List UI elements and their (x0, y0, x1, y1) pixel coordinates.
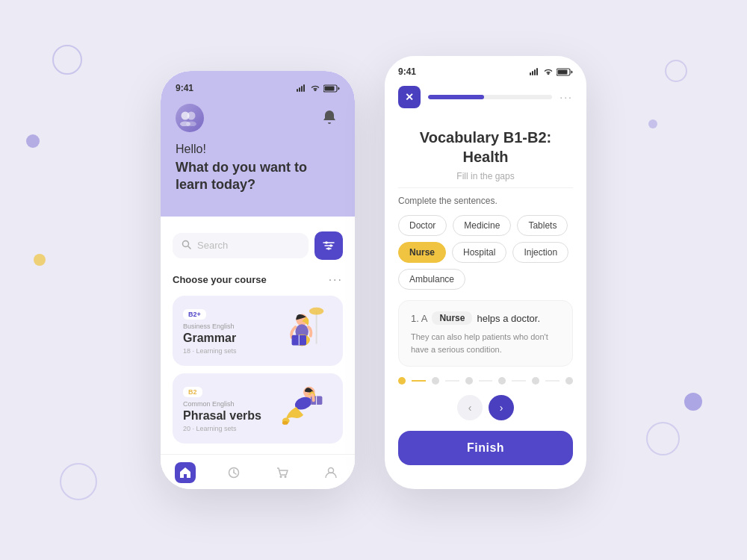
dot-6 (565, 377, 573, 385)
phone2-more-dots[interactable]: ··· (560, 91, 573, 103)
nav-profile[interactable] (320, 462, 341, 483)
sentence-description: They can also help patients who don't ha… (411, 331, 560, 355)
svg-point-35 (284, 476, 286, 478)
status-bar-2: 9:41 (398, 66, 573, 77)
deco-circle-4 (60, 463, 97, 500)
svg-rect-5 (325, 86, 335, 90)
sentence-rest-text: helps a doctor. (477, 313, 540, 324)
svg-point-15 (325, 241, 328, 244)
svg-point-7 (187, 112, 196, 120)
status-time-2: 9:41 (398, 66, 416, 77)
person-icon-container (320, 462, 341, 483)
progress-bar-fill (428, 95, 484, 99)
nav-home[interactable] (175, 462, 196, 483)
svg-point-34 (279, 476, 282, 478)
svg-rect-42 (558, 69, 568, 74)
wifi-icon (310, 84, 320, 92)
dot-line-3 (479, 380, 493, 382)
status-bar-1: 9:41 (176, 83, 340, 93)
course-card-grammar[interactable]: B2+ Business English Grammar 18 · Learni… (173, 296, 343, 366)
grammar-illustration (280, 303, 332, 357)
dot-line-1 (412, 380, 426, 382)
course-type-2: Common English (183, 400, 280, 408)
course-card-left-2: B2 Common English Phrasal verbs 20 · Lea… (183, 384, 280, 432)
deco-circle-2 (26, 134, 40, 148)
phone1: 9:41 Hello! (161, 71, 355, 489)
greeting-question: What do you want to learn today? (176, 159, 340, 194)
course-card-phrasal[interactable]: B2 Common English Phrasal verbs 20 · Lea… (173, 373, 343, 444)
finish-button[interactable]: Finish (398, 431, 573, 465)
course-sets-1: 18 · Learning sets (183, 347, 280, 355)
dot-5 (532, 377, 539, 385)
status-time-1: 9:41 (176, 83, 193, 93)
avatar[interactable] (176, 104, 204, 132)
search-icon (182, 240, 191, 252)
cart-icon-container (272, 462, 293, 483)
svg-rect-3 (303, 84, 305, 92)
greeting-hello: Hello! (176, 143, 340, 156)
battery-icon-2 (557, 68, 573, 76)
svg-rect-2 (301, 86, 303, 92)
nav-history[interactable] (223, 462, 244, 483)
level-badge-1: B2+ (183, 309, 206, 320)
dot-1 (398, 377, 406, 385)
deco-circle-5 (665, 60, 687, 82)
more-options-dots[interactable]: ··· (329, 273, 343, 287)
dot-2 (432, 377, 439, 385)
course-name-1: Grammar (183, 332, 280, 345)
home-icon (179, 467, 191, 479)
bottom-nav (161, 454, 355, 489)
close-button[interactable]: ✕ (398, 86, 421, 108)
word-chip-injection[interactable]: Injection (512, 242, 568, 263)
filter-button[interactable] (314, 231, 343, 260)
svg-rect-37 (530, 72, 531, 75)
svg-rect-39 (534, 69, 536, 75)
svg-rect-0 (297, 89, 298, 92)
nav-store[interactable] (272, 462, 293, 483)
next-button[interactable]: › (489, 395, 514, 420)
course-sets-2: 20 · Learning sets (183, 425, 280, 432)
course-illustration-2 (280, 382, 332, 435)
status-icons-2 (530, 68, 573, 76)
complete-label: Complete the sentences. (398, 196, 573, 206)
word-chip-ambulance[interactable]: Ambulance (398, 269, 465, 290)
greeting: Hello! What do you want to learn today? (176, 143, 340, 194)
phone1-header: 9:41 Hello! (161, 71, 355, 217)
sentence-number: 1. A (411, 313, 427, 324)
progress-row: ✕ ··· (398, 86, 573, 108)
notification-bell-icon[interactable] (319, 108, 340, 128)
sentence-card: 1. A Nurse helps a doctor. They can also… (398, 300, 573, 367)
sentence-line: 1. A Nurse helps a doctor. (411, 311, 560, 325)
word-chip-hospital[interactable]: Hospital (452, 242, 506, 263)
vocab-subtitle: Fill in the gaps (400, 171, 571, 181)
deco-circle-3 (684, 393, 702, 411)
battery-icon (323, 84, 340, 93)
word-chip-doctor[interactable]: Doctor (398, 215, 447, 236)
word-chip-nurse[interactable]: Nurse (398, 242, 446, 263)
course-illustration-1 (280, 305, 332, 357)
home-icon-container (175, 462, 196, 483)
dot-line-5 (545, 380, 560, 382)
search-row: Search (173, 231, 343, 260)
course-name-2: Phrasal verbs (183, 409, 280, 423)
svg-rect-1 (299, 87, 300, 92)
prev-button[interactable]: ‹ (457, 395, 483, 420)
course-type-1: Business English (183, 323, 280, 330)
svg-rect-38 (532, 71, 533, 75)
signal-icon-2 (530, 68, 540, 75)
vocab-title: Vocabulary B1-B2: Health (400, 128, 571, 167)
word-chip-medicine[interactable]: Medicine (453, 215, 511, 236)
phrasal-illustration (280, 381, 332, 435)
wifi-icon-2 (543, 68, 554, 75)
sentence-word-highlight: Nurse (432, 311, 472, 325)
signal-icon (297, 84, 307, 92)
filter-icon (323, 240, 335, 251)
svg-point-28 (282, 421, 288, 425)
svg-point-17 (327, 247, 330, 250)
search-box[interactable]: Search (173, 233, 309, 258)
dot-3 (465, 377, 473, 385)
svg-line-11 (188, 246, 190, 249)
word-chip-tablets[interactable]: Tablets (517, 215, 568, 236)
nav-arrows: ‹ › (398, 395, 573, 420)
phone2: 9:41 ✕ ··· Vocabulary B1-B2: Health Fill… (385, 56, 586, 489)
